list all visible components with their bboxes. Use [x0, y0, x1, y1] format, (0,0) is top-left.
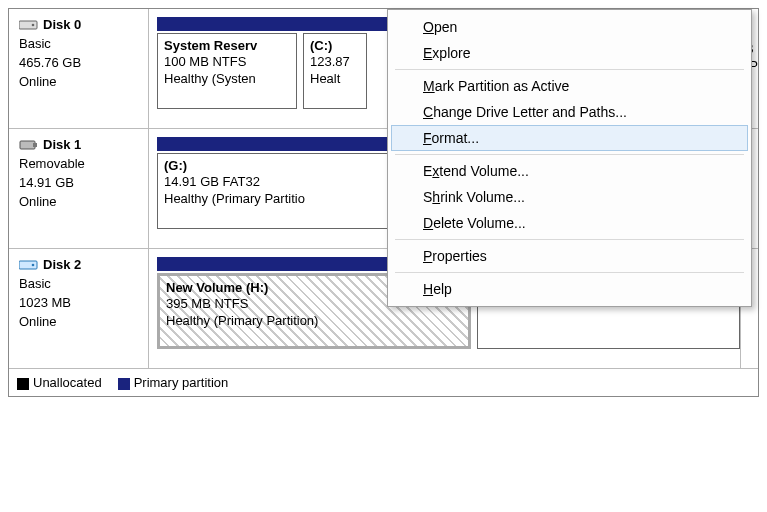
menu-separator: [395, 239, 744, 240]
disk-management-panel: Disk 0 Basic 465.76 GB Online System Res…: [8, 8, 759, 397]
disk-status: Online: [19, 74, 140, 91]
menu-separator: [395, 272, 744, 273]
partition-health: Healthy (Systen: [164, 71, 256, 86]
menu-shrink-volume[interactable]: Shrink Volume...: [391, 184, 748, 210]
menu-explore[interactable]: Explore: [391, 40, 748, 66]
menu-separator: [395, 69, 744, 70]
disk-status: Online: [19, 314, 140, 331]
hdd-icon: [19, 258, 39, 272]
legend-primary: Primary partition: [118, 375, 229, 390]
partition-health: Healthy (Primary Partition): [166, 313, 318, 328]
svg-point-5: [32, 264, 35, 267]
disk-name: Disk 0: [43, 17, 81, 34]
legend: Unallocated Primary partition: [9, 369, 758, 396]
legend-unallocated: Unallocated: [17, 375, 102, 390]
menu-extend-volume[interactable]: Extend Volume...: [391, 158, 748, 184]
partition-title: System Reserv: [164, 38, 290, 54]
disk-info-1: Disk 1 Removable 14.91 GB Online: [9, 129, 149, 248]
legend-swatch-black: [17, 378, 29, 390]
partition-size: 100 MB NTFS: [164, 54, 246, 69]
partition-title: (C:): [310, 38, 360, 54]
svg-rect-3: [33, 143, 37, 147]
legend-label: Primary partition: [134, 375, 229, 390]
disk-name: Disk 2: [43, 257, 81, 274]
disk-info-2: Disk 2 Basic 1023 MB Online: [9, 249, 149, 368]
partition-size: 123.87: [310, 54, 350, 69]
disk-size: 1023 MB: [19, 295, 140, 312]
menu-help[interactable]: Help: [391, 276, 748, 302]
svg-rect-2: [20, 141, 35, 149]
context-menu: Open Explore Mark Partition as Active Ch…: [387, 9, 752, 307]
menu-format[interactable]: Format...: [391, 125, 748, 151]
partition-system-reserved[interactable]: System Reserv 100 MB NTFS Healthy (Syste…: [157, 33, 297, 109]
menu-properties[interactable]: Properties: [391, 243, 748, 269]
menu-delete-volume[interactable]: Delete Volume...: [391, 210, 748, 236]
hdd-icon: [19, 18, 39, 32]
legend-swatch-blue: [118, 378, 130, 390]
menu-separator: [395, 154, 744, 155]
disk-type: Basic: [19, 276, 140, 293]
disk-status: Online: [19, 194, 140, 211]
menu-change-drive-letter[interactable]: Change Drive Letter and Paths...: [391, 99, 748, 125]
partition-size: 395 MB NTFS: [166, 296, 248, 311]
menu-mark-active[interactable]: Mark Partition as Active: [391, 73, 748, 99]
svg-point-1: [32, 24, 35, 27]
partition-size: 14.91 GB FAT32: [164, 174, 260, 189]
disk-type: Removable: [19, 156, 140, 173]
disk-size: 14.91 GB: [19, 175, 140, 192]
disk-type: Basic: [19, 36, 140, 53]
menu-open[interactable]: Open: [391, 14, 748, 40]
partition-health: Healt: [310, 71, 340, 86]
partition-c[interactable]: (C:) 123.87 Healt: [303, 33, 367, 109]
disk-info-0: Disk 0 Basic 465.76 GB Online: [9, 9, 149, 128]
disk-name: Disk 1: [43, 137, 81, 154]
partition-health: Healthy (Primary Partitio: [164, 191, 305, 206]
legend-label: Unallocated: [33, 375, 102, 390]
usb-icon: [19, 138, 39, 152]
disk-size: 465.76 GB: [19, 55, 140, 72]
